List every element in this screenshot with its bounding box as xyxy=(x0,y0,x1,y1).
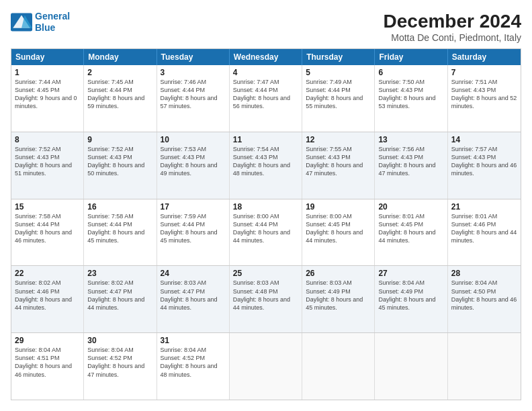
header-day-friday: Friday xyxy=(375,49,447,65)
title-block: December 2024 Motta De Conti, Piedmont, … xyxy=(384,11,521,43)
calendar-cell: 5Sunrise: 7:49 AMSunset: 4:44 PMDaylight… xyxy=(302,65,375,132)
cell-info: Sunrise: 7:51 AMSunset: 4:43 PMDaylight:… xyxy=(451,78,517,111)
calendar-cell: 23Sunrise: 8:02 AMSunset: 4:47 PMDayligh… xyxy=(84,266,157,332)
cell-info: Sunrise: 7:45 AMSunset: 4:44 PMDaylight:… xyxy=(87,78,152,111)
day-number: 8 xyxy=(15,135,80,144)
day-number: 17 xyxy=(161,202,226,212)
day-number: 14 xyxy=(451,135,517,144)
cell-info: Sunrise: 7:55 AMSunset: 4:43 PMDaylight:… xyxy=(306,145,371,178)
page: General Blue December 2024 Motta De Cont… xyxy=(0,0,532,411)
main-title: December 2024 xyxy=(384,11,521,32)
calendar-cell: 27Sunrise: 8:04 AMSunset: 4:49 PMDayligh… xyxy=(375,266,447,332)
cell-info: Sunrise: 7:49 AMSunset: 4:44 PMDaylight:… xyxy=(306,78,371,111)
calendar-cell: 4Sunrise: 7:47 AMSunset: 4:44 PMDaylight… xyxy=(230,65,302,132)
cell-info: Sunrise: 7:44 AMSunset: 4:45 PMDaylight:… xyxy=(15,78,80,111)
calendar-cell: 21Sunrise: 8:01 AMSunset: 4:46 PMDayligh… xyxy=(448,199,521,266)
calendar-cell: 1Sunrise: 7:44 AMSunset: 4:45 PMDaylight… xyxy=(11,65,84,132)
cell-info: Sunrise: 8:04 AMSunset: 4:52 PMDaylight:… xyxy=(161,346,226,379)
cell-info: Sunrise: 7:52 AMSunset: 4:43 PMDaylight:… xyxy=(15,145,80,178)
calendar-cell: 9Sunrise: 7:52 AMSunset: 4:43 PMDaylight… xyxy=(84,132,157,199)
header-day-wednesday: Wednesday xyxy=(230,49,302,65)
logo-text: General Blue xyxy=(35,11,70,34)
cell-info: Sunrise: 8:00 AMSunset: 4:45 PMDaylight:… xyxy=(306,212,371,245)
cell-info: Sunrise: 8:00 AMSunset: 4:44 PMDaylight:… xyxy=(233,212,298,245)
day-number: 2 xyxy=(87,68,152,77)
subtitle: Motta De Conti, Piedmont, Italy xyxy=(384,32,521,43)
day-number: 31 xyxy=(161,336,226,345)
calendar-cell: 19Sunrise: 8:00 AMSunset: 4:45 PMDayligh… xyxy=(302,199,375,266)
day-number: 28 xyxy=(451,269,517,278)
day-number: 4 xyxy=(233,68,298,77)
cell-info: Sunrise: 7:47 AMSunset: 4:44 PMDaylight:… xyxy=(233,78,298,111)
cell-info: Sunrise: 7:52 AMSunset: 4:43 PMDaylight:… xyxy=(87,145,152,178)
calendar-cell: 31Sunrise: 8:04 AMSunset: 4:52 PMDayligh… xyxy=(157,333,230,400)
calendar-cell: 22Sunrise: 8:02 AMSunset: 4:46 PMDayligh… xyxy=(11,266,84,332)
calendar-cell: 17Sunrise: 7:59 AMSunset: 4:44 PMDayligh… xyxy=(157,199,230,266)
calendar-row-5: 29Sunrise: 8:04 AMSunset: 4:51 PMDayligh… xyxy=(11,332,521,400)
day-number: 20 xyxy=(378,202,443,212)
day-number: 1 xyxy=(15,68,80,77)
calendar-cell xyxy=(302,333,375,400)
cell-info: Sunrise: 7:59 AMSunset: 4:44 PMDaylight:… xyxy=(161,212,226,245)
day-number: 19 xyxy=(306,202,371,212)
cell-info: Sunrise: 7:58 AMSunset: 4:44 PMDaylight:… xyxy=(15,212,80,245)
day-number: 26 xyxy=(306,269,371,278)
day-number: 25 xyxy=(233,269,298,278)
calendar: SundayMondayTuesdayWednesdayThursdayFrid… xyxy=(11,48,521,400)
header: General Blue December 2024 Motta De Cont… xyxy=(11,11,521,43)
day-number: 11 xyxy=(233,135,298,144)
cell-info: Sunrise: 7:58 AMSunset: 4:44 PMDaylight:… xyxy=(87,212,152,245)
calendar-row-3: 15Sunrise: 7:58 AMSunset: 4:44 PMDayligh… xyxy=(11,199,521,266)
day-number: 5 xyxy=(306,68,371,77)
cell-info: Sunrise: 7:56 AMSunset: 4:43 PMDaylight:… xyxy=(378,145,443,178)
day-number: 7 xyxy=(451,68,517,77)
calendar-cell: 25Sunrise: 8:03 AMSunset: 4:48 PMDayligh… xyxy=(230,266,302,332)
cell-info: Sunrise: 8:03 AMSunset: 4:49 PMDaylight:… xyxy=(306,279,371,312)
calendar-cell: 18Sunrise: 8:00 AMSunset: 4:44 PMDayligh… xyxy=(230,199,302,266)
cell-info: Sunrise: 8:04 AMSunset: 4:50 PMDaylight:… xyxy=(451,279,517,312)
calendar-cell: 29Sunrise: 8:04 AMSunset: 4:51 PMDayligh… xyxy=(11,333,84,400)
cell-info: Sunrise: 8:03 AMSunset: 4:48 PMDaylight:… xyxy=(233,279,298,312)
calendar-row-4: 22Sunrise: 8:02 AMSunset: 4:46 PMDayligh… xyxy=(11,265,521,332)
day-number: 29 xyxy=(15,336,80,345)
day-number: 13 xyxy=(378,135,443,144)
logo-line2: Blue xyxy=(35,22,55,33)
calendar-cell: 7Sunrise: 7:51 AMSunset: 4:43 PMDaylight… xyxy=(448,65,521,132)
calendar-cell xyxy=(230,333,302,400)
calendar-row-2: 8Sunrise: 7:52 AMSunset: 4:43 PMDaylight… xyxy=(11,132,521,199)
cell-info: Sunrise: 8:04 AMSunset: 4:49 PMDaylight:… xyxy=(378,279,443,312)
calendar-row-1: 1Sunrise: 7:44 AMSunset: 4:45 PMDaylight… xyxy=(11,65,521,132)
calendar-cell: 8Sunrise: 7:52 AMSunset: 4:43 PMDaylight… xyxy=(11,132,84,199)
day-number: 6 xyxy=(378,68,443,77)
calendar-cell: 13Sunrise: 7:56 AMSunset: 4:43 PMDayligh… xyxy=(375,132,447,199)
calendar-header: SundayMondayTuesdayWednesdayThursdayFrid… xyxy=(11,49,521,65)
header-day-saturday: Saturday xyxy=(448,49,521,65)
cell-info: Sunrise: 8:02 AMSunset: 4:46 PMDaylight:… xyxy=(15,279,80,312)
calendar-cell: 2Sunrise: 7:45 AMSunset: 4:44 PMDaylight… xyxy=(84,65,157,132)
calendar-cell: 10Sunrise: 7:53 AMSunset: 4:43 PMDayligh… xyxy=(157,132,230,199)
cell-info: Sunrise: 8:01 AMSunset: 4:46 PMDaylight:… xyxy=(451,212,517,245)
calendar-cell: 3Sunrise: 7:46 AMSunset: 4:44 PMDaylight… xyxy=(157,65,230,132)
day-number: 24 xyxy=(161,269,226,278)
day-number: 30 xyxy=(87,336,152,345)
cell-info: Sunrise: 8:02 AMSunset: 4:47 PMDaylight:… xyxy=(87,279,152,312)
calendar-cell: 12Sunrise: 7:55 AMSunset: 4:43 PMDayligh… xyxy=(302,132,375,199)
day-number: 18 xyxy=(233,202,298,212)
cell-info: Sunrise: 8:04 AMSunset: 4:51 PMDaylight:… xyxy=(15,346,80,379)
logo: General Blue xyxy=(11,11,70,34)
day-number: 27 xyxy=(378,269,443,278)
calendar-cell: 24Sunrise: 8:03 AMSunset: 4:47 PMDayligh… xyxy=(157,266,230,332)
cell-info: Sunrise: 7:50 AMSunset: 4:43 PMDaylight:… xyxy=(378,78,443,111)
cell-info: Sunrise: 7:46 AMSunset: 4:44 PMDaylight:… xyxy=(161,78,226,111)
calendar-cell: 15Sunrise: 7:58 AMSunset: 4:44 PMDayligh… xyxy=(11,199,84,266)
header-day-tuesday: Tuesday xyxy=(157,49,230,65)
header-day-sunday: Sunday xyxy=(11,49,84,65)
day-number: 22 xyxy=(15,269,80,278)
cell-info: Sunrise: 8:04 AMSunset: 4:52 PMDaylight:… xyxy=(87,346,152,379)
calendar-cell: 26Sunrise: 8:03 AMSunset: 4:49 PMDayligh… xyxy=(302,266,375,332)
calendar-cell: 28Sunrise: 8:04 AMSunset: 4:50 PMDayligh… xyxy=(448,266,521,332)
calendar-cell xyxy=(448,333,521,400)
calendar-cell: 14Sunrise: 7:57 AMSunset: 4:43 PMDayligh… xyxy=(448,132,521,199)
calendar-cell xyxy=(375,333,447,400)
day-number: 23 xyxy=(87,269,152,278)
